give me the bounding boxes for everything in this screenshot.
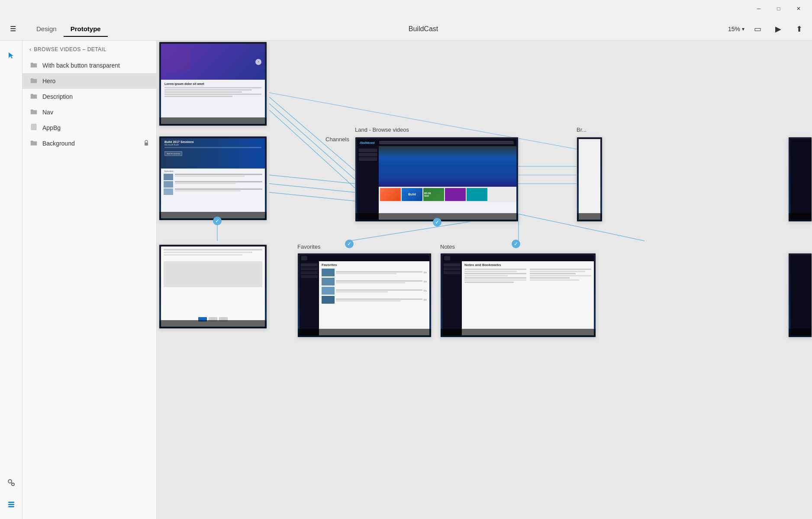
svg-line-8 bbox=[269, 97, 355, 171]
svg-line-13 bbox=[269, 184, 355, 192]
screen-browse-right[interactable] bbox=[577, 137, 603, 222]
favorites-label: Favorites bbox=[297, 243, 320, 250]
svg-line-10 bbox=[269, 110, 355, 188]
canvas-area[interactable]: › Lorem ipsum dolor sit amet bbox=[157, 41, 812, 519]
title-bar-controls: ─ □ ✕ bbox=[749, 2, 809, 16]
left-icon-panel bbox=[0, 41, 23, 519]
screen3-logo: //buildcast bbox=[360, 141, 375, 144]
connector-dot-screen2: ✓ bbox=[213, 217, 222, 225]
minimize-button[interactable]: ─ bbox=[749, 2, 769, 16]
svg-rect-6 bbox=[31, 124, 36, 130]
folder-icon bbox=[29, 92, 38, 101]
sidebar-item-nav[interactable]: Nav bbox=[23, 104, 156, 120]
play-button[interactable]: ▶ bbox=[770, 21, 786, 37]
svg-rect-4 bbox=[8, 504, 14, 505]
notes-label: Notes bbox=[440, 243, 455, 250]
connector-dot-favorites: ✓ bbox=[345, 240, 354, 248]
connector-dot-notes: ✓ bbox=[512, 240, 520, 248]
screen-right-edge-bottom[interactable] bbox=[788, 253, 812, 337]
sidebar-item-label: Description bbox=[42, 93, 73, 100]
lock-icon bbox=[143, 140, 149, 147]
close-button[interactable]: ✕ bbox=[789, 2, 809, 16]
br-label: Br... bbox=[577, 127, 586, 133]
land-browse-label: Land - Browse videos bbox=[355, 127, 409, 133]
folder-icon bbox=[29, 61, 38, 70]
screen2-title: Build 2017 Sessions bbox=[164, 140, 261, 143]
sidebar-item-appbg[interactable]: AppBg bbox=[23, 120, 156, 136]
toolbar-left: ☰ Design Prototype bbox=[5, 21, 161, 37]
page-icon bbox=[29, 123, 38, 132]
back-navigation: ‹ BROWSE VIDEOS – DETAIL bbox=[29, 46, 106, 52]
main-layout: ‹ BROWSE VIDEOS – DETAIL With back butto… bbox=[0, 41, 812, 519]
svg-point-0 bbox=[8, 480, 12, 483]
svg-point-1 bbox=[12, 483, 14, 486]
zoom-control: 15% ▾ bbox=[728, 26, 744, 32]
screen6-title: Notes and Bookmarks bbox=[464, 263, 591, 267]
title-bar: ─ □ ✕ bbox=[0, 0, 812, 17]
search-connections-icon[interactable] bbox=[3, 475, 19, 490]
device-preview-button[interactable]: ▭ bbox=[750, 21, 765, 37]
svg-rect-3 bbox=[8, 502, 14, 503]
screen-right-edge[interactable] bbox=[788, 137, 812, 222]
menu-button[interactable]: ☰ bbox=[5, 21, 21, 37]
sidebar-back-button[interactable]: ‹ BROWSE VIDEOS – DETAIL bbox=[23, 41, 156, 58]
channels-label: Channels bbox=[325, 136, 349, 143]
tab-design[interactable]: Design bbox=[29, 22, 64, 37]
toolbar-center: BuildCast bbox=[161, 25, 686, 33]
screen-build2017[interactable]: Build 2017 Sessions Microsoft Build Tota… bbox=[159, 136, 267, 221]
app-toolbar: ☰ Design Prototype BuildCast 15% ▾ ▭ ▶ ⬆ bbox=[0, 17, 812, 41]
sidebar: ‹ BROWSE VIDEOS – DETAIL With back butto… bbox=[23, 41, 157, 519]
app-title: BuildCast bbox=[409, 25, 438, 33]
zoom-chevron-icon[interactable]: ▾ bbox=[742, 26, 744, 32]
screen-notes[interactable]: Notes and Bookmarks bbox=[440, 253, 596, 337]
tab-prototype[interactable]: Prototype bbox=[64, 22, 108, 37]
screen-detail-hero[interactable]: › Lorem ipsum dolor sit amet bbox=[159, 42, 267, 126]
breadcrumb-label: BROWSE VIDEOS – DETAIL bbox=[34, 46, 106, 52]
sidebar-item-background[interactable]: Background bbox=[23, 136, 156, 151]
sidebar-item-label: With back button transparent bbox=[42, 62, 120, 69]
svg-line-14 bbox=[269, 192, 355, 201]
toolbar-right: 15% ▾ ▭ ▶ ⬆ bbox=[686, 21, 807, 37]
folder-icon bbox=[29, 139, 38, 148]
sidebar-item-label: Background bbox=[42, 140, 75, 147]
sidebar-item-label: Hero bbox=[42, 78, 55, 84]
svg-rect-7 bbox=[145, 143, 148, 146]
folder-icon bbox=[29, 77, 38, 85]
sidebar-item-label: AppBg bbox=[42, 124, 61, 131]
export-button[interactable]: ⬆ bbox=[791, 21, 807, 37]
svg-rect-5 bbox=[8, 506, 14, 507]
svg-line-2 bbox=[11, 483, 12, 483]
screen5-title: Favorites bbox=[322, 263, 427, 267]
screen-favorites[interactable]: Favorites 0% 0% bbox=[297, 253, 432, 337]
sidebar-item-description[interactable]: Description bbox=[23, 89, 156, 104]
screen1-title: Lorem ipsum dolor sit amet bbox=[164, 82, 261, 85]
maximize-button[interactable]: □ bbox=[769, 2, 789, 16]
screen-detail-bottom[interactable] bbox=[159, 244, 267, 329]
screen-land-browse[interactable]: //buildcast bbox=[355, 137, 519, 222]
cursor-tool-icon[interactable] bbox=[3, 48, 19, 63]
back-chevron-icon: ‹ bbox=[29, 46, 31, 52]
sidebar-item-label: Nav bbox=[42, 109, 53, 116]
folder-icon bbox=[29, 108, 38, 117]
zoom-level: 15% bbox=[728, 26, 740, 32]
nav-tabs: Design Prototype bbox=[29, 22, 108, 36]
svg-line-12 bbox=[269, 175, 355, 184]
layers-icon[interactable] bbox=[3, 496, 19, 512]
sidebar-item-hero[interactable]: Hero bbox=[23, 73, 156, 89]
connector-dot-land-browse: ✓ bbox=[433, 218, 441, 227]
sidebar-item-with-back-button[interactable]: With back button transparent bbox=[23, 58, 156, 73]
